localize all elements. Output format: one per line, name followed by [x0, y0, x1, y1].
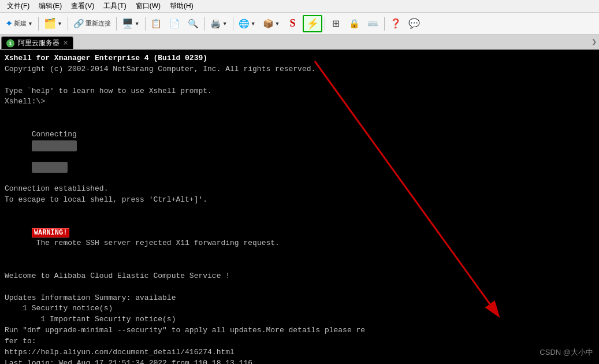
terminal-content: Xshell for Xmanager Enterprise 4 (Build … — [5, 53, 594, 364]
terminal-line-2: Copyright (c) 2002-2014 NetSarang Comput… — [5, 64, 594, 75]
xshell-icon: ⚡ — [306, 17, 319, 30]
file-button[interactable]: 🗂️ ▼ — [41, 15, 65, 32]
separator-4 — [145, 17, 146, 31]
print-icon: 🖨️ — [210, 18, 221, 29]
lock-button[interactable]: 🔒 — [346, 15, 363, 32]
menu-window[interactable]: 窗口(W) — [131, 0, 165, 12]
reconnect-icon: 🔗 — [73, 18, 84, 29]
separator-3 — [116, 17, 117, 31]
reconnect-label: 重新连接 — [85, 19, 111, 28]
tabbar-scroll[interactable]: ❯ — [592, 34, 599, 49]
warning-badge: WARNING! — [32, 228, 70, 237]
search-button[interactable]: 🔍 — [185, 15, 202, 32]
separator-5 — [204, 17, 205, 31]
new-dropdown-icon: ▼ — [28, 21, 33, 27]
menu-file[interactable]: 文件(F) — [2, 0, 34, 12]
file-dropdown-icon: ▼ — [57, 21, 62, 27]
new-label: 新建 — [14, 19, 27, 28]
connecting-text: Connecting — [32, 130, 81, 139]
print-button[interactable]: 🖨️ ▼ — [207, 15, 230, 32]
xftp-icon: S — [290, 17, 296, 29]
file-icon: 🗂️ — [44, 17, 56, 29]
reconnect-button[interactable]: 🔗 重新连接 — [70, 15, 114, 32]
separator-1 — [38, 17, 39, 31]
terminal-line-10 — [5, 206, 594, 217]
xftp-button[interactable]: S — [284, 15, 302, 32]
transfer-icon: 📦 — [263, 18, 274, 29]
terminal-line-6 — [5, 107, 594, 118]
terminal-line-15: Updates Information Summary: available — [5, 293, 594, 304]
layout-button[interactable]: ⊞ — [328, 15, 345, 32]
terminal-line-19: fer to: — [5, 336, 594, 347]
separator-2 — [68, 17, 68, 31]
monitor-dropdown-icon: ▼ — [135, 21, 140, 27]
ip-address-1 — [32, 140, 77, 151]
separator-6 — [233, 17, 233, 31]
tab-close-button[interactable]: ✕ — [63, 39, 68, 47]
tab-status-icon: 1 — [6, 39, 14, 47]
search-icon: 🔍 — [188, 18, 199, 29]
browser-dropdown-icon: ▼ — [251, 21, 256, 27]
paste-button[interactable]: 📄 — [166, 15, 184, 32]
terminal-line-1: Xshell for Xmanager Enterprise 4 (Build … — [5, 53, 594, 64]
terminal-line-3 — [5, 75, 594, 86]
terminal-line-5: Xshell:\> — [5, 96, 594, 107]
separator-7 — [325, 17, 325, 31]
terminal-line-13: Welcome to Alibaba Cloud Elastic Compute… — [5, 271, 594, 282]
terminal-line-18: Run "dnf upgrade-minimal --security" to … — [5, 325, 594, 336]
help-button[interactable]: ❓ — [387, 15, 404, 32]
browser-button[interactable]: 🌐 ▼ — [236, 15, 259, 32]
keyboard-icon: ⌨️ — [367, 18, 378, 29]
monitor-button[interactable]: 🖥️ ▼ — [119, 15, 143, 32]
terminal-warning-line: WARNING! The remote SSH server rejected … — [5, 217, 594, 260]
chat-icon: 💬 — [408, 18, 420, 29]
transfer-button[interactable]: 📦 ▼ — [260, 15, 283, 32]
terminal-line-20: https://help.aliyun.com/document_detail/… — [5, 347, 594, 358]
terminal[interactable]: Xshell for Xmanager Enterprise 4 (Build … — [0, 50, 599, 364]
toolbar: ✦ 新建 ▼ 🗂️ ▼ 🔗 重新连接 🖥️ ▼ 📋 📄 🔍 🖨️ ▼ 🌐 — [0, 13, 599, 35]
xshell-button[interactable]: ⚡ — [303, 15, 322, 32]
menubar: 文件(F) 编辑(E) 查看(V) 工具(T) 窗口(W) 帮助(H) — [0, 0, 599, 13]
transfer-dropdown-icon: ▼ — [275, 21, 280, 27]
terminal-line-7: Connecting — [5, 118, 594, 184]
terminal-line-9: To escape to local shell, press 'Ctrl+Al… — [5, 195, 594, 206]
tabbar: 1 阿里云服务器 ✕ ❯ — [0, 35, 599, 50]
browser-icon: 🌐 — [239, 18, 250, 29]
layout-icon: ⊞ — [332, 18, 340, 29]
copy-button[interactable]: 📋 — [148, 15, 165, 32]
terminal-line-17: 1 Important Security notice(s) — [5, 314, 594, 325]
menu-help[interactable]: 帮助(H) — [165, 0, 198, 12]
terminal-line-4: Type `help' to learn how to use Xshell p… — [5, 86, 594, 97]
menu-tools[interactable]: 工具(T) — [99, 0, 131, 12]
new-button[interactable]: ✦ 新建 ▼ — [2, 15, 36, 32]
terminal-line-14 — [5, 282, 594, 293]
print-dropdown-icon: ▼ — [222, 21, 228, 27]
menu-view[interactable]: 查看(V) — [66, 0, 99, 12]
help-icon: ❓ — [390, 18, 401, 29]
separator-8 — [384, 17, 385, 31]
paste-icon: 📄 — [169, 18, 180, 29]
keyboard-button[interactable]: ⌨️ — [364, 15, 382, 32]
terminal-line-21: Last login: Wed Aug 17 21:51:34 2022 fro… — [5, 358, 594, 364]
terminal-line-12 — [5, 260, 594, 271]
tab-aliyun[interactable]: 1 阿里云服务器 ✕ — [1, 36, 73, 49]
warning-text: The remote SSH server rejected X11 forwa… — [32, 239, 280, 247]
watermark: CSDN @大小中 — [540, 347, 593, 358]
copy-icon: 📋 — [151, 18, 162, 29]
tab-label: 阿里云服务器 — [18, 38, 59, 48]
ip-address-2 — [32, 162, 68, 173]
chat-button[interactable]: 💬 — [405, 15, 423, 32]
terminal-line-16: 1 Security notice(s) — [5, 303, 594, 314]
monitor-icon: 🖥️ — [122, 18, 133, 29]
new-icon: ✦ — [5, 18, 13, 29]
ip-separator — [32, 152, 36, 161]
terminal-line-8: Connection established. — [5, 184, 594, 195]
menu-edit[interactable]: 编辑(E) — [34, 0, 66, 12]
lock-icon: 🔒 — [349, 18, 360, 29]
